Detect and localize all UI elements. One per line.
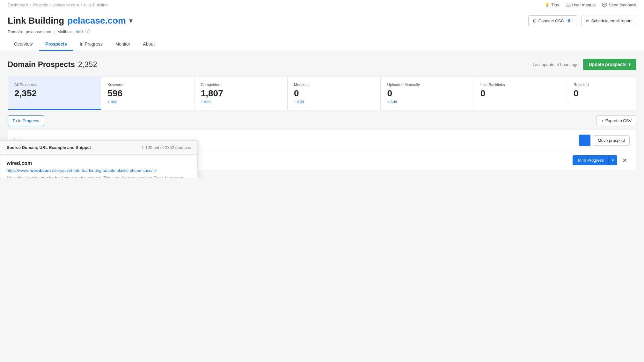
card-competitors[interactable]: Competitors 1,807 + Add <box>194 77 288 110</box>
card-keywords-add[interactable]: + Add <box>107 100 187 104</box>
card-keywords-label: Keywords <box>107 83 187 87</box>
prospects-count: 2,352 <box>78 60 97 69</box>
update-prospects-button[interactable]: Update prospects ▾ <box>583 59 636 70</box>
to-in-progress-label: To In Progress <box>12 118 39 123</box>
domain-dropdown-icon[interactable]: ▾ <box>129 17 132 25</box>
row-1-actions: Move prospect <box>579 135 630 146</box>
send-feedback-link[interactable]: 💬 Send feedback <box>602 3 636 7</box>
card-all-label: All Prospects <box>14 83 94 87</box>
row-2-close-button[interactable]: ✕ <box>620 156 630 165</box>
card-uploaded-add[interactable]: + Add <box>387 100 467 104</box>
card-keywords-value: 596 <box>107 88 187 99</box>
schedule-email-button[interactable]: ✉ Schedule email report <box>581 16 636 26</box>
breadcrumb-domain[interactable]: pelacase.com <box>53 3 79 7</box>
card-uploaded-label: Uploaded Manually <box>387 83 467 87</box>
card-uploaded-value: 0 <box>387 88 467 99</box>
popup-url-suffix: /story/pivet-toto-toa-biodegradable-plas… <box>52 168 152 173</box>
tab-monitor[interactable]: Monitor <box>109 38 137 51</box>
card-competitors-label: Competitors <box>201 83 281 87</box>
card-rejected[interactable]: Rejected 0 <box>567 77 636 110</box>
card-all-prospects[interactable]: All Prospects 2,352 <box>8 77 101 110</box>
popup-item-wired: wired.com https://www.wired.com/story/pi… <box>0 155 197 178</box>
prospects-title-text: Domain Prospects <box>8 60 75 69</box>
card-mentions-add[interactable]: + Add <box>294 100 374 104</box>
update-prospects-label: Update prospects <box>589 62 626 67</box>
card-lost-label: Lost Backlinks <box>480 83 560 87</box>
tips-label: Tips <box>551 3 559 7</box>
popup-header-count: 1-100 out of 2352 domains <box>142 145 191 150</box>
row-2-actions: To In Progress ▾ ✕ <box>573 155 630 165</box>
breadcrumb-projects[interactable]: Projects <box>33 3 48 7</box>
connect-gsc-button[interactable]: ⊞ Connect GSC 0 <box>528 15 577 26</box>
card-mentions[interactable]: Mentions 0 + Add <box>288 77 381 110</box>
connect-gsc-badge: 0 <box>566 18 573 23</box>
tab-overview[interactable]: Overview <box>8 38 39 51</box>
popup-header-title: Source Domain, URL Example and Snippet <box>7 145 91 150</box>
mailbox-label: Mailbox: <box>57 29 73 34</box>
export-csv-button[interactable]: ↑ Export to CSV <box>596 115 636 126</box>
prospects-header: Domain Prospects 2,352 Last update: 4 ho… <box>8 59 636 70</box>
tab-about[interactable]: About <box>136 38 161 51</box>
schedule-email-label: Schedule email report <box>591 18 632 23</box>
domain-value: pelacase.com <box>26 29 51 34</box>
breadcrumb-dashboard[interactable]: Dashboard <box>8 3 28 7</box>
popup-item-wired-domain[interactable]: wired.com <box>7 160 191 166</box>
header-buttons: ⊞ Connect GSC 0 ✉ Schedule email report <box>528 15 636 26</box>
info-icon: ⓘ <box>85 29 90 34</box>
top-bar: Dashboard › Projects › pelacase.com › Li… <box>0 0 644 10</box>
card-lost-value: 0 <box>480 88 560 99</box>
last-update-text: Last update: 4 hours ago <box>533 62 579 67</box>
to-in-progress-button[interactable]: To In Progress <box>8 115 44 126</box>
row-2-dropdown-arrow[interactable]: ▾ <box>609 155 617 165</box>
card-competitors-value: 1,807 <box>201 88 281 99</box>
popup-item-wired-url[interactable]: https://www.wired.com/story/pivet-toto-t… <box>7 168 191 173</box>
meta-divider: | <box>54 29 55 34</box>
export-icon: ↑ <box>601 118 604 123</box>
tab-in-progress[interactable]: In Progress <box>73 38 109 51</box>
page-title: Link Building pelacase.com ▾ <box>8 16 132 26</box>
schedule-email-icon: ✉ <box>586 18 589 23</box>
card-keywords[interactable]: Keywords 596 + Add <box>101 77 194 110</box>
send-feedback-label: Send feedback <box>609 3 636 7</box>
domain-meta: Domain: pelacase.com | Mailbox: Add ⓘ <box>8 29 636 34</box>
card-mentions-value: 0 <box>294 88 374 99</box>
prospect-cards: All Prospects 2,352 Keywords 596 + Add C… <box>8 77 636 110</box>
prospects-meta: Last update: 4 hours ago Update prospect… <box>533 59 636 70</box>
user-manual-link[interactable]: 📖 User manual <box>566 3 596 7</box>
card-rejected-value: 0 <box>574 88 630 99</box>
row-1-move-button[interactable]: Move prospect <box>593 135 630 146</box>
row-1-color-block <box>579 135 590 146</box>
page-title-domain[interactable]: pelacase.com <box>67 16 126 26</box>
user-manual-icon: 📖 <box>566 3 571 7</box>
tips-link[interactable]: 💡 Tips <box>545 3 559 7</box>
table-toolbar: To In Progress ↑ Export to CSV <box>8 115 636 126</box>
popup-header: Source Domain, URL Example and Snippet 1… <box>0 141 197 155</box>
domain-label: Domain: <box>8 29 23 34</box>
page-title-text: Link Building <box>8 16 64 26</box>
popup-url-domain: wired.com <box>30 168 51 173</box>
breadcrumb-sep-1: › <box>30 3 31 7</box>
mailbox-add-link[interactable]: Add <box>75 29 83 34</box>
breadcrumb-sep-2: › <box>50 3 51 7</box>
user-manual-label: User manual <box>572 3 596 7</box>
prospects-title: Domain Prospects 2,352 <box>8 60 97 69</box>
popup-item-wired-snippet: Most plastics take hundreds of years to … <box>7 175 191 178</box>
connect-gsc-label: Connect GSC <box>538 18 564 23</box>
source-domain-popup: Source Domain, URL Example and Snippet 1… <box>0 140 198 178</box>
nav-tabs: Overview Prospects In Progress Monitor A… <box>8 38 636 51</box>
tips-icon: 💡 <box>545 3 550 7</box>
row-2-to-in-progress-button[interactable]: To In Progress <box>573 155 609 165</box>
card-competitors-add[interactable]: + Add <box>201 100 281 104</box>
card-uploaded[interactable]: Uploaded Manually 0 + Add <box>381 77 474 110</box>
top-actions: 💡 Tips 📖 User manual 💬 Send feedback <box>545 3 636 7</box>
external-link-icon[interactable]: ↗ <box>154 168 157 173</box>
card-mentions-label: Mentions <box>294 83 374 87</box>
card-lost[interactable]: Lost Backlinks 0 <box>474 77 567 110</box>
send-feedback-icon: 💬 <box>602 3 607 7</box>
popup-url-prefix: https://www. <box>7 168 29 173</box>
update-prospects-icon: ▾ <box>628 62 631 67</box>
breadcrumb: Dashboard › Projects › pelacase.com › Li… <box>8 3 108 7</box>
main-content: Domain Prospects 2,352 Last update: 4 ho… <box>0 51 644 178</box>
card-all-value: 2,352 <box>14 88 94 99</box>
tab-prospects[interactable]: Prospects <box>39 38 73 51</box>
